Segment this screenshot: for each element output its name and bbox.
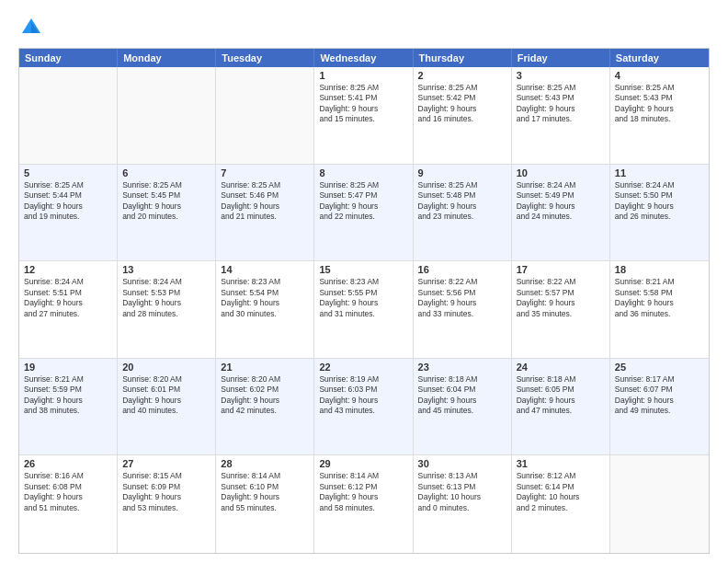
- day-cell-29: 29Sunrise: 8:14 AM Sunset: 6:12 PM Dayli…: [314, 455, 413, 553]
- header-day-tuesday: Tuesday: [216, 49, 314, 67]
- day-info: Sunrise: 8:25 AM Sunset: 5:43 PM Dayligh…: [615, 83, 704, 125]
- calendar: SundayMondayTuesdayWednesdayThursdayFrid…: [18, 48, 710, 554]
- header-day-monday: Monday: [118, 49, 216, 67]
- day-cell-20: 20Sunrise: 8:20 AM Sunset: 6:01 PM Dayli…: [118, 359, 216, 455]
- day-info: Sunrise: 8:15 AM Sunset: 6:09 PM Dayligh…: [122, 471, 210, 513]
- day-cell-19: 19Sunrise: 8:21 AM Sunset: 5:59 PM Dayli…: [19, 359, 118, 455]
- header-day-wednesday: Wednesday: [314, 49, 413, 67]
- day-number: 12: [24, 264, 112, 275]
- day-info: Sunrise: 8:18 AM Sunset: 6:04 PM Dayligh…: [418, 374, 506, 417]
- day-info: Sunrise: 8:20 AM Sunset: 6:02 PM Dayligh…: [221, 374, 309, 417]
- day-info: Sunrise: 8:21 AM Sunset: 5:58 PM Dayligh…: [615, 277, 704, 319]
- day-number: 18: [615, 264, 704, 275]
- empty-cell-w0c0: [19, 67, 118, 164]
- day-info: Sunrise: 8:24 AM Sunset: 5:50 PM Dayligh…: [615, 180, 704, 223]
- header-day-saturday: Saturday: [610, 49, 709, 67]
- day-info: Sunrise: 8:17 AM Sunset: 6:07 PM Dayligh…: [615, 374, 704, 417]
- day-cell-15: 15Sunrise: 8:23 AM Sunset: 5:55 PM Dayli…: [314, 261, 413, 358]
- day-cell-30: 30Sunrise: 8:13 AM Sunset: 6:13 PM Dayli…: [414, 455, 512, 553]
- day-cell-26: 26Sunrise: 8:16 AM Sunset: 6:08 PM Dayli…: [19, 455, 118, 553]
- day-number: 26: [24, 458, 112, 469]
- day-number: 2: [418, 70, 506, 81]
- day-cell-4: 4Sunrise: 8:25 AM Sunset: 5:43 PM Daylig…: [610, 67, 709, 164]
- day-number: 3: [517, 70, 605, 81]
- day-info: Sunrise: 8:25 AM Sunset: 5:47 PM Dayligh…: [319, 180, 407, 223]
- day-info: Sunrise: 8:14 AM Sunset: 6:10 PM Dayligh…: [221, 471, 309, 513]
- day-number: 27: [122, 458, 210, 469]
- day-number: 29: [319, 458, 407, 469]
- day-number: 11: [615, 167, 704, 178]
- day-info: Sunrise: 8:24 AM Sunset: 5:53 PM Dayligh…: [122, 277, 210, 319]
- day-cell-2: 2Sunrise: 8:25 AM Sunset: 5:42 PM Daylig…: [414, 67, 512, 164]
- day-info: Sunrise: 8:16 AM Sunset: 6:08 PM Dayligh…: [24, 471, 112, 513]
- day-number: 21: [221, 362, 309, 373]
- day-number: 23: [418, 362, 506, 373]
- day-number: 22: [319, 362, 407, 373]
- day-cell-1: 1Sunrise: 8:25 AM Sunset: 5:41 PM Daylig…: [314, 67, 413, 164]
- day-info: Sunrise: 8:25 AM Sunset: 5:48 PM Dayligh…: [418, 180, 506, 223]
- day-info: Sunrise: 8:25 AM Sunset: 5:46 PM Dayligh…: [221, 180, 309, 223]
- day-number: 25: [615, 362, 704, 373]
- day-info: Sunrise: 8:25 AM Sunset: 5:42 PM Dayligh…: [418, 83, 506, 125]
- day-cell-9: 9Sunrise: 8:25 AM Sunset: 5:48 PM Daylig…: [414, 165, 512, 261]
- week-row-4: 19Sunrise: 8:21 AM Sunset: 5:59 PM Dayli…: [19, 359, 709, 456]
- header: [18, 15, 710, 40]
- logo: [18, 15, 48, 40]
- header-day-sunday: Sunday: [19, 49, 118, 67]
- day-cell-5: 5Sunrise: 8:25 AM Sunset: 5:44 PM Daylig…: [19, 165, 118, 261]
- empty-cell-w4c6: [610, 455, 709, 553]
- day-cell-31: 31Sunrise: 8:12 AM Sunset: 6:14 PM Dayli…: [512, 455, 610, 553]
- day-info: Sunrise: 8:13 AM Sunset: 6:13 PM Dayligh…: [418, 471, 506, 513]
- day-info: Sunrise: 8:25 AM Sunset: 5:44 PM Dayligh…: [24, 180, 112, 223]
- day-cell-12: 12Sunrise: 8:24 AM Sunset: 5:51 PM Dayli…: [19, 261, 118, 358]
- day-info: Sunrise: 8:14 AM Sunset: 6:12 PM Dayligh…: [319, 471, 407, 513]
- day-cell-7: 7Sunrise: 8:25 AM Sunset: 5:46 PM Daylig…: [216, 165, 314, 261]
- day-number: 10: [517, 167, 605, 178]
- day-info: Sunrise: 8:22 AM Sunset: 5:57 PM Dayligh…: [517, 277, 605, 319]
- week-row-1: 1Sunrise: 8:25 AM Sunset: 5:41 PM Daylig…: [19, 67, 709, 165]
- day-number: 7: [221, 167, 309, 178]
- day-number: 14: [221, 264, 309, 275]
- day-info: Sunrise: 8:22 AM Sunset: 5:56 PM Dayligh…: [418, 277, 506, 319]
- calendar-body: 1Sunrise: 8:25 AM Sunset: 5:41 PM Daylig…: [19, 67, 709, 553]
- day-info: Sunrise: 8:18 AM Sunset: 6:05 PM Dayligh…: [517, 374, 605, 417]
- day-cell-6: 6Sunrise: 8:25 AM Sunset: 5:45 PM Daylig…: [118, 165, 216, 261]
- day-number: 19: [24, 362, 112, 373]
- empty-cell-w0c1: [118, 67, 216, 164]
- day-info: Sunrise: 8:23 AM Sunset: 5:54 PM Dayligh…: [221, 277, 309, 319]
- day-number: 4: [615, 70, 704, 81]
- day-info: Sunrise: 8:25 AM Sunset: 5:43 PM Dayligh…: [517, 83, 605, 125]
- day-info: Sunrise: 8:24 AM Sunset: 5:51 PM Dayligh…: [24, 277, 112, 319]
- day-cell-18: 18Sunrise: 8:21 AM Sunset: 5:58 PM Dayli…: [610, 261, 709, 358]
- calendar-header: SundayMondayTuesdayWednesdayThursdayFrid…: [19, 49, 709, 67]
- day-number: 24: [517, 362, 605, 373]
- day-number: 17: [517, 264, 605, 275]
- day-number: 1: [319, 70, 407, 81]
- day-number: 20: [122, 362, 210, 373]
- page: SundayMondayTuesdayWednesdayThursdayFrid…: [0, 0, 728, 563]
- day-cell-27: 27Sunrise: 8:15 AM Sunset: 6:09 PM Dayli…: [118, 455, 216, 553]
- empty-cell-w0c2: [216, 67, 314, 164]
- day-cell-25: 25Sunrise: 8:17 AM Sunset: 6:07 PM Dayli…: [610, 359, 709, 455]
- week-row-5: 26Sunrise: 8:16 AM Sunset: 6:08 PM Dayli…: [19, 455, 709, 553]
- day-info: Sunrise: 8:12 AM Sunset: 6:14 PM Dayligh…: [517, 471, 605, 513]
- day-cell-22: 22Sunrise: 8:19 AM Sunset: 6:03 PM Dayli…: [314, 359, 413, 455]
- day-cell-17: 17Sunrise: 8:22 AM Sunset: 5:57 PM Dayli…: [512, 261, 610, 358]
- day-cell-8: 8Sunrise: 8:25 AM Sunset: 5:47 PM Daylig…: [314, 165, 413, 261]
- day-info: Sunrise: 8:20 AM Sunset: 6:01 PM Dayligh…: [122, 374, 210, 417]
- week-row-3: 12Sunrise: 8:24 AM Sunset: 5:51 PM Dayli…: [19, 261, 709, 359]
- day-number: 30: [418, 458, 506, 469]
- day-info: Sunrise: 8:19 AM Sunset: 6:03 PM Dayligh…: [319, 374, 407, 417]
- day-cell-21: 21Sunrise: 8:20 AM Sunset: 6:02 PM Dayli…: [216, 359, 314, 455]
- day-cell-14: 14Sunrise: 8:23 AM Sunset: 5:54 PM Dayli…: [216, 261, 314, 358]
- day-number: 15: [319, 264, 407, 275]
- day-cell-3: 3Sunrise: 8:25 AM Sunset: 5:43 PM Daylig…: [512, 67, 610, 164]
- day-number: 9: [418, 167, 506, 178]
- day-info: Sunrise: 8:24 AM Sunset: 5:49 PM Dayligh…: [517, 180, 605, 223]
- day-info: Sunrise: 8:25 AM Sunset: 5:41 PM Dayligh…: [319, 83, 407, 125]
- day-number: 6: [122, 167, 210, 178]
- logo-icon: [18, 15, 44, 40]
- day-cell-16: 16Sunrise: 8:22 AM Sunset: 5:56 PM Dayli…: [414, 261, 512, 358]
- week-row-2: 5Sunrise: 8:25 AM Sunset: 5:44 PM Daylig…: [19, 165, 709, 262]
- header-day-friday: Friday: [512, 49, 610, 67]
